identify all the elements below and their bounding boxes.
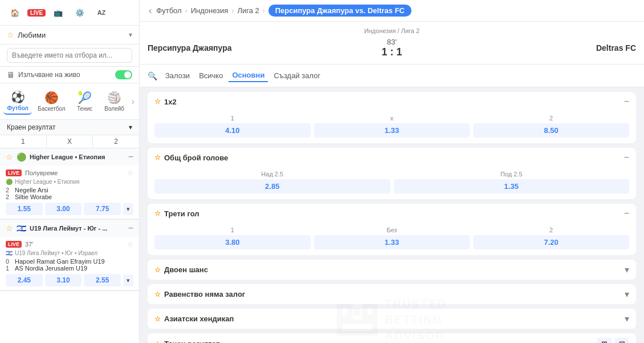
- odd-value-third-2[interactable]: 7.20: [473, 235, 629, 249]
- breadcrumb-football[interactable]: Футбол: [156, 6, 181, 15]
- odd-value-third-1[interactable]: 3.80: [154, 235, 311, 249]
- israel-league-collapse-icon[interactable]: −: [128, 223, 133, 233]
- market-no-draw-title: ☆ Равенство няма залог: [154, 290, 245, 298]
- live-badge[interactable]: LIVE: [28, 5, 44, 21]
- match-fav-icon-israel[interactable]: ☆: [127, 240, 133, 248]
- monitor-icon: 🖥: [7, 70, 15, 79]
- market-ah-toggle-icon[interactable]: ▾: [625, 313, 629, 324]
- market-exact-header[interactable]: ☆ Точен резултат ⊞ ⊟: [148, 333, 636, 343]
- sport-item-volleyball[interactable]: 🏐 Волейб: [101, 88, 128, 114]
- odd-cell-third-2: 2 7.20: [473, 227, 629, 249]
- home-team-name: Персипура Джаяпура: [148, 43, 369, 53]
- market-double-chance-header[interactable]: ☆ Двоен шанс ▾: [148, 260, 636, 280]
- match-odds-israel: 2.45 3.10 2.55 ▾: [6, 274, 133, 286]
- score-header-row: 1 X 2: [0, 135, 139, 148]
- league-left-israel: ☆ 🇮🇱 U19 Лига Леймут - Юг - ...: [6, 224, 107, 233]
- odd-cell-third-1: 1 3.80: [154, 227, 311, 249]
- odd-btn-x[interactable]: 3.00: [45, 203, 82, 215]
- match-teams: 2 Negelle Arsi 2 Siltie Worabe: [6, 187, 133, 200]
- dropdown-chevron-icon: ▾: [129, 123, 132, 131]
- market-dc-star-icon: ☆: [154, 266, 161, 274]
- israel-odd-btn-x[interactable]: 3.10: [45, 274, 82, 286]
- market-nd-star-icon: ☆: [154, 290, 161, 298]
- league-collapse-icon[interactable]: −: [128, 152, 133, 162]
- israel-odd-btn-2[interactable]: 2.55: [84, 274, 121, 286]
- sport-item-tennis[interactable]: 🎾 Тенис: [71, 88, 99, 114]
- ethiopia-league-name: Higher League • Етиопия: [30, 154, 105, 160]
- live-toggle-label: 🖥 Излъчване на живо: [7, 70, 80, 79]
- market-third-goal-header[interactable]: ☆ Трети гол −: [148, 204, 636, 223]
- active-match-tab[interactable]: Персипура Джаяпура vs. Deltras FC: [268, 5, 411, 17]
- market-1x2-toggle-icon[interactable]: −: [624, 96, 629, 107]
- breadcrumb-league[interactable]: Лига 2: [237, 6, 259, 15]
- home-icon[interactable]: 🏠: [7, 5, 23, 21]
- sidebar: 🏠 LIVE 📺 ⚙️ AZ ☆ Любими ▾ 🖥 Излъчване на…: [0, 0, 140, 343]
- israel-flag-icon: 🇮🇱: [17, 224, 26, 233]
- market-1x2: ☆ 1х2 − 1 4.10 х 1.33 2 8.50: [148, 92, 636, 143]
- tv-icon[interactable]: 📺: [50, 5, 66, 21]
- odd-label-1: 1: [231, 115, 234, 122]
- tab-create[interactable]: Създай залог: [270, 70, 324, 82]
- odd-value-third-bez[interactable]: 1.33: [314, 235, 470, 249]
- search-input[interactable]: [7, 48, 132, 63]
- league-header-ethiopia[interactable]: ☆ 🟢 Higher League • Етиопия −: [0, 148, 139, 166]
- sport-item-football[interactable]: ⚽ Футбол: [3, 88, 32, 115]
- favorites-left: ☆ Любими: [7, 30, 46, 39]
- israel-league-name: U19 Лига Леймут - Юг - ...: [30, 225, 107, 232]
- odd-btn-2[interactable]: 7.75: [84, 203, 121, 215]
- market-nd-toggle-icon[interactable]: ▾: [625, 289, 629, 300]
- exact-grid-view-btn[interactable]: ⊞: [597, 338, 612, 343]
- odd-btn-1[interactable]: 1.55: [6, 203, 43, 215]
- favorites-bar[interactable]: ☆ Любими ▾: [0, 26, 139, 45]
- league-header-israel[interactable]: ☆ 🇮🇱 U19 Лига Леймут - Юг - ... −: [0, 220, 139, 237]
- market-total-goals-header[interactable]: ☆ Общ брой голове −: [148, 148, 636, 167]
- market-asian-header[interactable]: ☆ Азиатски хендикап ▾: [148, 309, 636, 329]
- bet-search-icon[interactable]: 🔍: [148, 71, 157, 80]
- team2-row: 2 Siltie Worabe: [6, 193, 133, 200]
- market-no-draw-header[interactable]: ☆ Равенство няма залог ▾: [148, 284, 636, 304]
- match-score-value: 1 : 1: [369, 46, 415, 58]
- sports-nav-arrow-icon[interactable]: ›: [131, 96, 136, 107]
- collapsed-markets-area: ☆ Двоен шанс ▾ ☆ Равенство няма залог ▾: [148, 260, 636, 343]
- exact-list-view-btn[interactable]: ⊟: [615, 338, 629, 343]
- settings-icon[interactable]: ⚙️: [72, 5, 88, 21]
- odd-value-1x2-2[interactable]: 8.50: [473, 123, 629, 138]
- more-odds-btn[interactable]: ▾: [123, 203, 133, 215]
- odd-value-over[interactable]: 2.85: [154, 179, 390, 193]
- match-fav-icon[interactable]: ☆: [127, 169, 133, 177]
- match-meta-israel: LIVE 37' ☆: [6, 240, 133, 248]
- markets-area: ☆ 1х2 − 1 4.10 х 1.33 2 8.50: [140, 87, 644, 343]
- odd-value-under[interactable]: 1.35: [394, 179, 630, 193]
- israel-odd-btn-1[interactable]: 2.45: [6, 274, 43, 286]
- basketball-label: Баскетбол: [38, 106, 65, 112]
- away-team-name: Deltras FC: [415, 43, 637, 53]
- odd-label-third-1: 1: [231, 227, 234, 233]
- match-header-teams: Персипура Джаяпура 83' 1 : 1 Deltras FC: [148, 38, 636, 58]
- odd-cell-1x2-1: 1 4.10: [154, 115, 311, 138]
- league-star-icon: ☆: [6, 152, 13, 162]
- market-1x2-header[interactable]: ☆ 1х2 −: [148, 92, 636, 111]
- tab-vsichko[interactable]: Всичко: [195, 70, 226, 82]
- odd-cell-over: Над 2.5 2.85: [154, 171, 390, 193]
- tab-osnovni[interactable]: Основни: [229, 69, 268, 82]
- odd-value-1x2-x[interactable]: 1.33: [314, 123, 470, 138]
- market-third-toggle-icon[interactable]: −: [624, 208, 629, 219]
- sport-item-basketball[interactable]: 🏀 Баскетбол: [34, 88, 68, 114]
- market-total-toggle-icon[interactable]: −: [624, 152, 629, 163]
- back-arrow-icon[interactable]: ‹: [148, 6, 153, 16]
- market-1x2-title: ☆ 1х2: [154, 98, 177, 106]
- odd-label-under: Под 2.5: [500, 171, 523, 177]
- live-toggle[interactable]: [115, 70, 132, 79]
- tab-zalozi[interactable]: Залози: [162, 70, 193, 82]
- odd-label-third-bez: Без: [386, 227, 397, 233]
- league-section-israel: ☆ 🇮🇱 U19 Лига Леймут - Юг - ... − LIVE 3…: [0, 220, 139, 291]
- match-time: Полувреме: [25, 170, 58, 176]
- odd-value-1x2-1[interactable]: 4.10: [154, 123, 311, 138]
- odd-label-2: 2: [549, 115, 553, 122]
- breadcrumb-indonesia[interactable]: Индонезия: [191, 6, 229, 15]
- result-type-dropdown[interactable]: Краен резултат ▾: [0, 120, 139, 135]
- volleyball-label: Волейб: [104, 106, 124, 112]
- israel-more-odds-btn[interactable]: ▾: [123, 275, 133, 286]
- az-icon[interactable]: AZ: [93, 5, 109, 21]
- market-dc-toggle-icon[interactable]: ▾: [625, 264, 629, 275]
